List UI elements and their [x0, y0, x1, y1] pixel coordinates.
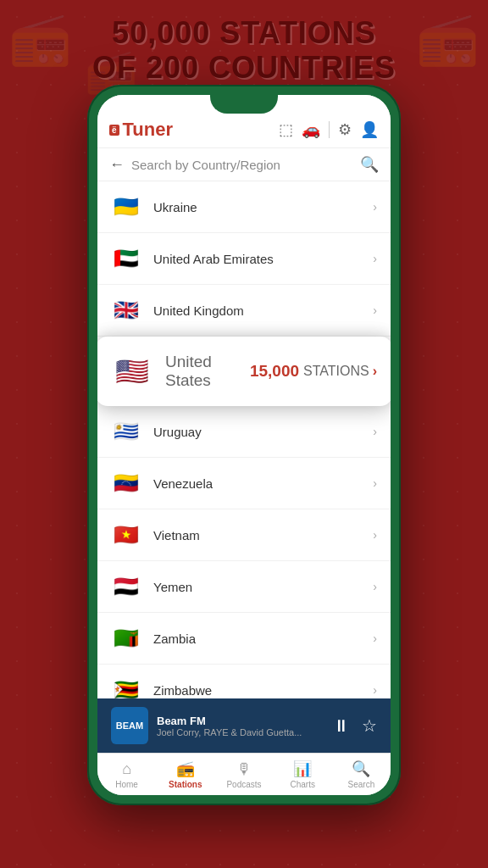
back-arrow-icon[interactable]: ←	[109, 156, 125, 174]
headline-container: 50,000 STATIONS OF 200 COUNTRIES	[0, 15, 488, 86]
country-item-uruguay[interactable]: 🇺🇾 Uruguay ›	[97, 406, 391, 458]
chevron-uruguay: ›	[373, 425, 377, 438]
flag-uae: 🇦🇪	[111, 243, 141, 274]
profile-icon[interactable]: 👤	[360, 120, 379, 139]
nav-search-label: Search	[348, 780, 375, 789]
header-icons: ⬚ 🚗 ⚙ 👤	[279, 120, 379, 139]
car-icon[interactable]: 🚗	[302, 120, 320, 139]
featured-chevron-icon: ›	[373, 364, 377, 379]
now-playing-controls: ⏸ ☆	[333, 715, 377, 736]
featured-stations-count: 15,000	[250, 362, 299, 381]
nav-home[interactable]: ⌂ Home	[97, 757, 156, 793]
country-item-uae[interactable]: 🇦🇪 United Arab Emirates ›	[97, 233, 391, 285]
charts-icon: 📊	[293, 760, 312, 778]
nav-search[interactable]: 🔍 Search	[332, 756, 391, 793]
station-logo: BEAM	[111, 707, 148, 744]
country-name-zambia: Zambia	[153, 632, 373, 646]
flag-zambia: 🇿🇲	[111, 623, 141, 654]
pause-button[interactable]: ⏸	[333, 716, 350, 736]
station-track: Joel Corry, RAYE & David Guetta...	[157, 727, 324, 737]
country-item-uk[interactable]: 🇬🇧 United Kingdom ›	[97, 285, 391, 337]
nav-charts-label: Charts	[290, 780, 314, 789]
chevron-uk: ›	[373, 303, 377, 317]
country-list: 🇺🇦 Ukraine › 🇦🇪 United Arab Emirates › 🇬…	[97, 181, 391, 716]
chevron-venezuela: ›	[373, 476, 377, 490]
nav-charts[interactable]: 📊 Charts	[274, 756, 332, 793]
settings-icon[interactable]: ⚙	[338, 120, 352, 139]
flag-us: 🇺🇸	[111, 350, 153, 392]
headline-line2: OF 200 COUNTRIES	[0, 50, 488, 85]
chevron-zambia: ›	[373, 632, 377, 645]
cast-icon[interactable]: ⬚	[279, 120, 293, 139]
now-playing-bar: BEAM Beam FM Joel Corry, RAYE & David Gu…	[97, 698, 391, 753]
country-name-venezuela: Venezuela	[153, 476, 373, 491]
featured-united-states[interactable]: 🇺🇸 United States 15,000 STATIONS ›	[97, 337, 391, 406]
podcasts-icon: 🎙	[236, 760, 252, 778]
headline-line1: 50,000 STATIONS	[0, 15, 488, 50]
phone-screen: ë Tuner ⬚ 🚗 ⚙ 👤 ← Search by Country/Regi…	[97, 95, 391, 795]
country-item-ukraine[interactable]: 🇺🇦 Ukraine ›	[97, 181, 391, 233]
chevron-ukraine: ›	[373, 200, 377, 214]
flag-uruguay: 🇺🇾	[111, 416, 141, 447]
nav-stations[interactable]: 📻 Stations	[156, 756, 214, 793]
search-bar[interactable]: ← Search by Country/Region 🔍	[97, 148, 391, 181]
flag-vietnam: 🇻🇳	[111, 520, 141, 550]
phone-frame: ë Tuner ⬚ 🚗 ⚙ 👤 ← Search by Country/Regi…	[87, 85, 401, 805]
country-name-uae: United Arab Emirates	[153, 252, 373, 266]
country-name-uk: United Kingdom	[153, 303, 373, 318]
bottom-nav: ⌂ Home 📻 Stations 🎙 Podcasts 📊 Charts 🔍 …	[97, 753, 391, 795]
country-item-yemen[interactable]: 🇾🇪 Yemen ›	[97, 561, 391, 613]
featured-country-name: United States	[165, 353, 243, 390]
logo-name: Tuner	[123, 119, 173, 141]
home-icon: ⌂	[122, 760, 131, 778]
nav-home-label: Home	[115, 780, 138, 789]
flag-ukraine: 🇺🇦	[111, 192, 141, 222]
search-placeholder: Search by Country/Region	[131, 158, 353, 172]
country-item-vietnam[interactable]: 🇻🇳 Vietnam ›	[97, 509, 391, 561]
phone-notch	[210, 95, 278, 114]
favorite-button[interactable]: ☆	[362, 715, 377, 736]
flag-yemen: 🇾🇪	[111, 571, 141, 602]
chevron-yemen: ›	[373, 580, 377, 593]
chevron-uae: ›	[373, 252, 377, 265]
country-name-uruguay: Uruguay	[153, 425, 373, 439]
country-name-zimbabwe: Zimbabwe	[153, 683, 373, 698]
country-item-venezuela[interactable]: 🇻🇪 Venezuela ›	[97, 458, 391, 509]
search-nav-icon: 🔍	[352, 760, 370, 778]
header-divider	[329, 121, 330, 138]
flag-uk: 🇬🇧	[111, 295, 141, 326]
stations-icon: 📻	[176, 760, 195, 778]
nav-stations-label: Stations	[169, 780, 202, 789]
country-item-zambia[interactable]: 🇿🇲 Zambia ›	[97, 613, 391, 665]
search-magnifier-icon[interactable]: 🔍	[360, 155, 379, 174]
featured-stations-label: STATIONS	[303, 364, 369, 379]
flag-venezuela: 🇻🇪	[111, 468, 141, 498]
nav-podcasts[interactable]: 🎙 Podcasts	[214, 757, 273, 793]
country-name-vietnam: Vietnam	[153, 528, 373, 542]
country-name-ukraine: Ukraine	[153, 200, 373, 214]
station-info: Beam FM Joel Corry, RAYE & David Guetta.…	[157, 715, 324, 737]
country-name-yemen: Yemen	[153, 580, 373, 594]
station-name: Beam FM	[157, 715, 324, 727]
logo-prefix: ë	[109, 125, 119, 136]
nav-podcasts-label: Podcasts	[226, 780, 261, 789]
chevron-zimbabwe: ›	[373, 683, 377, 697]
app-logo: ë Tuner	[109, 119, 173, 141]
chevron-vietnam: ›	[373, 528, 377, 542]
